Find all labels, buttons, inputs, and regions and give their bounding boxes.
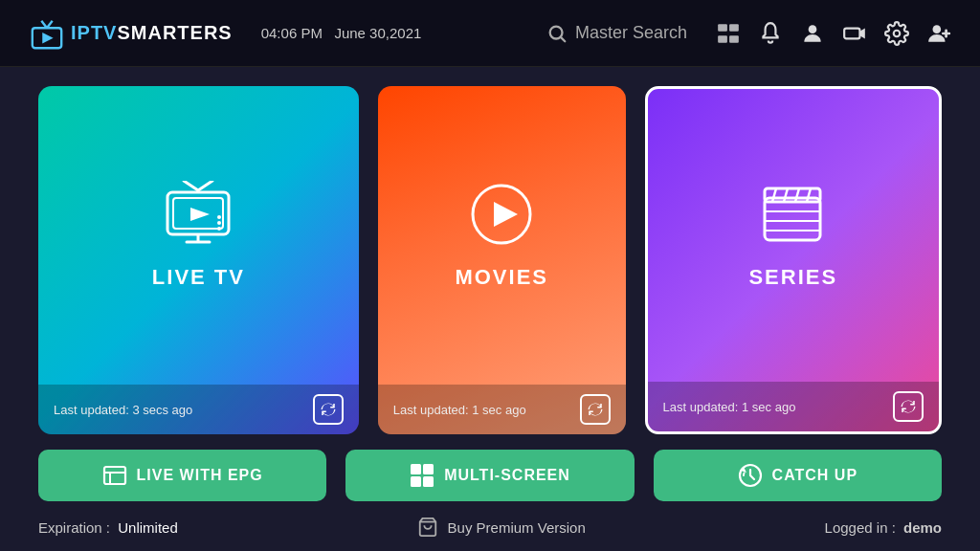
expiration-value: Unlimited <box>118 519 178 536</box>
svg-point-25 <box>217 221 221 225</box>
svg-rect-41 <box>411 464 421 474</box>
svg-marker-3 <box>42 33 53 43</box>
movies-footer: Last updated: 1 sec ago <box>378 385 626 434</box>
catch-up-label: CATCH UP <box>772 467 858 484</box>
search-label: Master Search <box>575 23 687 43</box>
live-tv-title: LIVE TV <box>152 265 245 290</box>
app-logo: IPTVSMARTERS <box>29 15 233 52</box>
svg-rect-38 <box>104 467 125 484</box>
settings-icon[interactable] <box>884 21 909 46</box>
live-epg-button[interactable]: LIVE WITH EPG <box>38 450 326 501</box>
svg-rect-6 <box>718 24 727 32</box>
record-icon[interactable] <box>842 21 867 46</box>
logo-icon <box>29 15 65 52</box>
time-display: 04:06 PM <box>261 25 323 41</box>
multi-screen-button[interactable]: MULTI-SCREEN <box>345 450 634 501</box>
series-refresh[interactable] <box>893 391 924 422</box>
svg-line-33 <box>795 188 799 202</box>
live-tv-card[interactable]: LIVE TV Last updated: 3 secs ago <box>38 86 359 434</box>
svg-rect-44 <box>423 476 434 487</box>
svg-line-34 <box>807 188 811 202</box>
movies-refresh[interactable] <box>580 394 611 425</box>
date-display: June 30,2021 <box>334 25 421 41</box>
svg-marker-21 <box>190 208 210 221</box>
svg-point-10 <box>809 25 817 33</box>
movies-card[interactable]: MOVIES Last updated: 1 sec ago <box>378 86 626 434</box>
multi-screen-icon <box>410 463 434 488</box>
svg-rect-8 <box>718 35 727 43</box>
svg-rect-11 <box>844 28 859 38</box>
search-icon <box>546 23 568 44</box>
svg-line-17 <box>184 181 198 190</box>
svg-rect-9 <box>729 35 739 43</box>
series-title: SERIES <box>748 265 837 290</box>
catch-up-button[interactable]: CATCH UP <box>654 450 942 501</box>
svg-rect-7 <box>729 24 739 32</box>
live-tv-updated: Last updated: 3 secs ago <box>54 403 192 417</box>
series-card[interactable]: SERIES Last updated: 1 sec ago <box>645 86 942 434</box>
footer-info: Expiration : Unlimited Buy Premium Versi… <box>38 513 942 541</box>
logo-iptv: IPTV <box>71 22 117 43</box>
svg-point-13 <box>894 30 901 36</box>
svg-rect-42 <box>423 464 434 474</box>
svg-point-26 <box>217 227 221 231</box>
svg-marker-28 <box>494 202 518 227</box>
svg-rect-43 <box>411 476 421 487</box>
epg-button-icon <box>102 463 127 488</box>
epg-icon[interactable] <box>716 21 741 46</box>
add-user-icon[interactable] <box>926 21 951 46</box>
logo-smarters: SMARTERS <box>117 22 232 43</box>
live-tv-refresh[interactable] <box>313 394 344 425</box>
expiration-info: Expiration : Unlimited <box>38 519 178 536</box>
app-header: IPTVSMARTERS 04:06 PM June 30,2021 Maste… <box>0 0 980 67</box>
live-tv-card-body: LIVE TV <box>38 86 359 385</box>
datetime-display: 04:06 PM June 30,2021 <box>261 25 422 41</box>
movies-card-body: MOVIES <box>378 86 626 385</box>
logged-in-user: demo <box>903 519 942 536</box>
logged-in-info: Logged in : demo <box>825 519 942 536</box>
catch-up-icon <box>738 463 763 488</box>
header-icons <box>716 21 951 46</box>
buy-premium-button[interactable]: Buy Premium Version <box>417 517 586 538</box>
cards-row: LIVE TV Last updated: 3 secs ago <box>38 86 942 434</box>
bottom-buttons-row: LIVE WITH EPG MULTI-SCREEN CATCH UP <box>38 450 942 501</box>
cart-icon <box>417 517 438 538</box>
notification-icon[interactable] <box>758 21 783 46</box>
series-icon <box>757 181 829 252</box>
movies-updated: Last updated: 1 sec ago <box>393 403 526 417</box>
live-tv-icon <box>160 181 236 252</box>
series-card-body: SERIES <box>648 89 939 382</box>
svg-line-31 <box>772 188 776 202</box>
svg-point-14 <box>933 25 942 33</box>
master-search[interactable]: Master Search <box>546 23 687 44</box>
buy-premium-label: Buy Premium Version <box>448 519 586 536</box>
movies-title: MOVIES <box>455 265 548 290</box>
svg-line-5 <box>561 37 565 41</box>
expiration-label: Expiration : <box>38 519 110 536</box>
movies-icon <box>468 181 535 252</box>
svg-line-18 <box>198 181 212 190</box>
svg-line-32 <box>784 188 788 202</box>
main-content: LIVE TV Last updated: 3 secs ago <box>0 67 980 551</box>
live-tv-footer: Last updated: 3 secs ago <box>38 385 359 434</box>
svg-rect-29 <box>765 198 820 240</box>
multi-screen-label: MULTI-SCREEN <box>444 467 570 484</box>
svg-point-24 <box>217 215 221 219</box>
live-epg-label: LIVE WITH EPG <box>137 467 263 484</box>
profile-icon[interactable] <box>800 21 825 46</box>
series-footer: Last updated: 1 sec ago <box>648 382 939 431</box>
series-updated: Last updated: 1 sec ago <box>663 400 796 414</box>
logged-in-label: Logged in : <box>825 519 896 536</box>
